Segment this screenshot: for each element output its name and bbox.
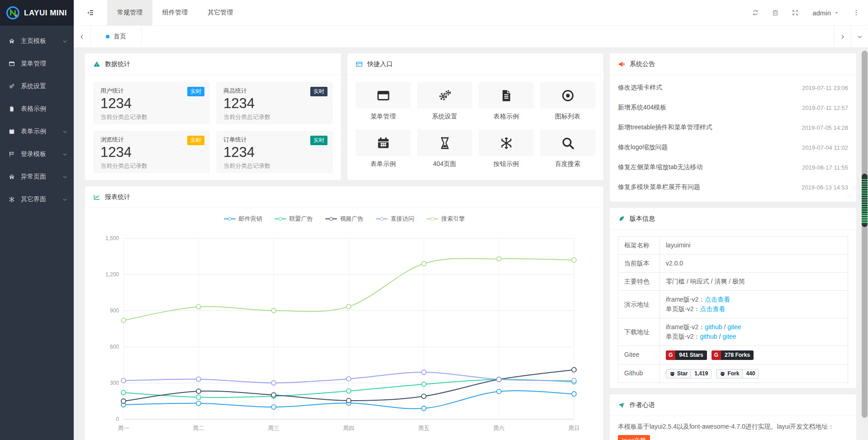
quick-entry-item[interactable]: 按钮示例 <box>479 130 534 168</box>
sidebar-item[interactable]: 表格示例 <box>0 98 74 120</box>
more-vertical-icon[interactable] <box>846 9 866 16</box>
quick-entry-item[interactable]: 表单示例 <box>356 130 411 168</box>
top-cards-row: 数据统计 用户统计实时1234当前分类总记录数商品统计实时1234当前分类总记录… <box>85 53 603 180</box>
data-point <box>196 401 201 406</box>
version-row-value: 零门槛 / 响应式 / 清爽 / 极简 <box>660 273 848 291</box>
quick-entry-label: 按钮示例 <box>479 160 534 168</box>
announcement-row[interactable]: 修复多模块菜单栏展开有问题2019-06-13 14:53 <box>618 177 848 197</box>
announcement-row[interactable]: 新增treetable插件和菜单管理样式2019-07-05 14:28 <box>618 118 848 137</box>
stat-realtime-badge: 实时 <box>310 136 327 145</box>
stats-grid: 用户统计实时1234当前分类总记录数商品统计实时1234当前分类总记录数浏览统计… <box>85 75 341 180</box>
announcement-row[interactable]: 修复左侧菜单缩放tab无法移动2019-06-17 11:55 <box>618 157 848 177</box>
header-nav-tab[interactable]: 其它管理 <box>198 0 243 25</box>
tabs-scroll-left-icon[interactable] <box>74 26 91 47</box>
data-point <box>271 381 276 385</box>
sidebar-item[interactable]: 异常页面 <box>0 166 74 188</box>
legend-item[interactable]: 联盟广告 <box>275 215 313 223</box>
warning-triangle-icon <box>93 61 100 68</box>
tab-home[interactable]: 首页 <box>91 26 142 47</box>
quick-entry-icon-box <box>356 82 411 109</box>
quick-entry-item[interactable]: 图标列表 <box>540 82 595 121</box>
version-text: layuimini <box>666 241 690 249</box>
user-name: admin <box>812 9 831 17</box>
gitee-badge-text: 941 Stars <box>675 350 707 360</box>
version-text: iframe版-v2： <box>666 323 705 331</box>
legend-item[interactable]: 视频广告 <box>325 215 364 223</box>
clear-cache-trash-icon[interactable] <box>765 9 785 16</box>
version-link[interactable]: github <box>705 323 722 331</box>
gitee-badge[interactable]: G278 Forks <box>711 350 754 360</box>
quick-entry-item[interactable]: 系统设置 <box>417 82 472 121</box>
data-point <box>121 378 126 383</box>
quick-entry-item[interactable]: 百度搜索 <box>540 130 595 168</box>
quick-entry-item[interactable]: 菜单管理 <box>356 82 411 121</box>
user-menu[interactable]: admin <box>805 9 846 17</box>
version-value-line: iframe版-v2：点击查看 <box>666 295 842 304</box>
svg-text:周五: 周五 <box>418 425 430 431</box>
scrollbar-track[interactable] <box>862 51 868 418</box>
layui-doc-badge[interactable]: layui文档 <box>618 435 650 440</box>
sidebar-item[interactable]: 其它界面 <box>0 188 74 211</box>
announcement-row[interactable]: 新增系统404模板2019-07-11 12:57 <box>618 98 848 118</box>
quick-entry-icon-box <box>479 130 534 156</box>
sidebar-item[interactable]: 菜单管理 <box>0 52 74 75</box>
calendar-icon <box>9 128 19 135</box>
announcement-row[interactable]: 修改选项卡样式2019-07-11 23:06 <box>618 78 848 98</box>
version-row-label: 框架名称 <box>618 237 660 255</box>
header-nav-tab[interactable]: 常规管理 <box>107 0 152 25</box>
data-point <box>572 258 576 262</box>
sidebar-item[interactable]: 登录模板 <box>0 143 74 166</box>
version-row-label: 下载地址 <box>618 318 660 346</box>
announcement-row[interactable]: 修改logo缩放问题2019-07-04 11:02 <box>618 137 848 157</box>
sidebar-item[interactable]: 主页模板 <box>0 30 74 52</box>
svg-text:900: 900 <box>110 308 119 314</box>
svg-text:0: 0 <box>116 416 119 422</box>
version-row-value: layuimini <box>660 237 848 255</box>
legend-item[interactable]: 邮件营销 <box>224 215 262 223</box>
legend-item[interactable]: 直接访问 <box>376 215 414 223</box>
stat-sublabel: 当前分类总记录数 <box>100 113 203 121</box>
github-badge[interactable]: Star1,419 <box>666 369 711 378</box>
legend-marker-icon <box>224 218 236 219</box>
quick-entry-item[interactable]: 表格示例 <box>479 82 534 121</box>
sidebar-item-label: 其它界面 <box>21 195 62 203</box>
collapse-sidebar-icon[interactable] <box>74 9 107 17</box>
legend-item[interactable]: 搜索引擎 <box>427 215 465 223</box>
legend-label: 搜索引擎 <box>441 215 465 223</box>
svg-text:周四: 周四 <box>343 425 355 431</box>
window-icon <box>376 89 390 103</box>
version-link[interactable]: gitee <box>722 333 736 340</box>
announcement-time: 2019-06-13 14:53 <box>802 184 848 191</box>
github-badge[interactable]: Fork440 <box>716 369 759 378</box>
version-row: 当前版本v2.0.0 <box>618 255 848 273</box>
announcement-time: 2019-06-17 11:55 <box>802 164 848 171</box>
tabs-scroll-right-icon[interactable] <box>834 26 851 47</box>
tabs-menu-icon[interactable] <box>851 26 868 47</box>
stat-box: 订单统计实时1234当前分类总记录数 <box>216 131 333 173</box>
quick-entry-item[interactable]: 404页面 <box>417 130 472 168</box>
header-nav-tab[interactable]: 组件管理 <box>152 0 198 25</box>
version-link[interactable]: gitee <box>727 323 741 331</box>
announcements-card: 系统公告 修改选项卡样式2019-07-11 23:06新增系统404模板201… <box>610 53 856 202</box>
stat-realtime-badge: 实时 <box>187 136 204 145</box>
fullscreen-icon[interactable] <box>785 9 805 16</box>
sidebar-item[interactable]: 系统设置 <box>0 75 74 98</box>
version-link[interactable]: github <box>700 333 717 340</box>
stat-value: 1234 <box>223 95 326 112</box>
quick-entry-icon-box <box>417 130 472 156</box>
sidebar-item[interactable]: 表单示例 <box>0 120 74 143</box>
quick-entry-label: 表格示例 <box>479 113 534 121</box>
refresh-icon[interactable] <box>745 9 765 16</box>
report-card-header: 报表统计 <box>85 186 603 208</box>
home-icon <box>9 174 19 180</box>
scrollbar-thumb[interactable] <box>862 174 868 227</box>
quick-entry-label: 百度搜索 <box>540 160 595 168</box>
gitee-logo-icon: G <box>666 350 675 360</box>
version-link[interactable]: 点击查看 <box>700 305 725 312</box>
announcements-header: 系统公告 <box>610 53 856 75</box>
main-area: 常规管理组件管理其它管理 admin 首页 <box>74 0 868 440</box>
logo-text: LAYUI MINI <box>24 9 67 18</box>
logo[interactable]: LAYUI MINI <box>0 0 74 26</box>
version-link[interactable]: 点击查看 <box>705 296 730 303</box>
gitee-badge[interactable]: G941 Stars <box>666 350 707 360</box>
